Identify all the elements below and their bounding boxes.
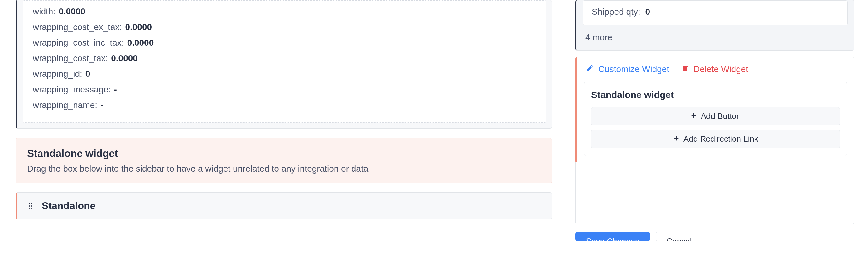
data-value: 0.0000: [111, 53, 138, 63]
data-row: width: 0.0000: [33, 4, 536, 19]
widget-actions: Customize Widget Delete Widget: [584, 64, 847, 74]
tip-description: Drag the box below into the sidebar to h…: [27, 164, 540, 174]
footer-actions: Save Changes Cancel: [575, 224, 854, 241]
data-value: 0: [86, 69, 90, 79]
standalone-draggable[interactable]: Standalone: [16, 192, 552, 219]
shipped-label: Shipped qty:: [592, 7, 641, 17]
data-key: wrapping_name:: [33, 100, 97, 110]
svg-point-0: [29, 203, 30, 204]
data-row: wrapping_name: -: [33, 98, 536, 113]
empty-panel: [575, 162, 854, 224]
add-redirection-label: Add Redirection Link: [683, 134, 758, 144]
add-button-label: Add Button: [701, 111, 741, 121]
data-key: wrapping_message:: [33, 85, 111, 94]
customize-widget-link[interactable]: Customize Widget: [586, 64, 669, 74]
standalone-label: Standalone: [42, 200, 95, 212]
svg-point-1: [31, 203, 32, 204]
add-redirection-button[interactable]: Add Redirection Link: [591, 130, 840, 148]
data-row: wrapping_cost_tax: 0.0000: [33, 51, 536, 66]
plus-icon: [690, 111, 697, 121]
plus-icon: [673, 134, 680, 144]
data-card: width: 0.0000 wrapping_cost_ex_tax: 0.00…: [16, 0, 552, 129]
trash-icon: [682, 64, 689, 74]
data-value: -: [100, 100, 103, 110]
svg-point-3: [31, 205, 32, 207]
data-value: 0.0000: [59, 6, 86, 17]
data-value: 0.0000: [125, 22, 152, 32]
data-row: wrapping_cost_ex_tax: 0.0000: [33, 19, 536, 35]
widget-config-title: Standalone widget: [591, 89, 840, 100]
tip-title: Standalone widget: [27, 147, 540, 160]
data-value: -: [114, 85, 117, 94]
svg-point-5: [31, 208, 32, 209]
data-key: wrapping_cost_inc_tax:: [33, 38, 124, 48]
pencil-icon: [586, 64, 594, 74]
widget-inner: Standalone widget Add Button: [584, 82, 847, 156]
delete-widget-label: Delete Widget: [693, 64, 748, 74]
more-link[interactable]: 4 more: [577, 30, 854, 44]
drag-handle-icon[interactable]: [26, 201, 35, 210]
widget-config-card: Customize Widget Delete Widget Standalon…: [575, 57, 854, 163]
data-row: wrapping_cost_inc_tax: 0.0000: [33, 35, 536, 51]
add-button[interactable]: Add Button: [591, 107, 840, 126]
save-changes-button[interactable]: Save Changes: [575, 232, 650, 241]
sidebar-data-card: Shipped qty: 0 4 more: [575, 0, 854, 51]
data-value: 0.0000: [127, 38, 154, 48]
delete-widget-link[interactable]: Delete Widget: [682, 64, 748, 74]
data-key: wrapping_cost_ex_tax:: [33, 22, 122, 32]
standalone-widget-tip: Standalone widget Drag the box below int…: [16, 138, 552, 184]
data-key: wrapping_id:: [33, 69, 82, 79]
customize-widget-label: Customize Widget: [598, 64, 669, 74]
data-inner: width: 0.0000 wrapping_cost_ex_tax: 0.00…: [23, 0, 546, 122]
cancel-button[interactable]: Cancel: [656, 232, 703, 241]
data-key: wrapping_cost_tax:: [33, 53, 108, 63]
svg-point-2: [29, 205, 30, 207]
shipped-qty-box: Shipped qty: 0: [583, 0, 848, 25]
data-key: width:: [33, 6, 56, 17]
shipped-value: 0: [645, 7, 650, 17]
svg-point-4: [29, 208, 30, 209]
data-row: wrapping_id: 0: [33, 66, 536, 82]
data-row: wrapping_message: -: [33, 82, 536, 98]
